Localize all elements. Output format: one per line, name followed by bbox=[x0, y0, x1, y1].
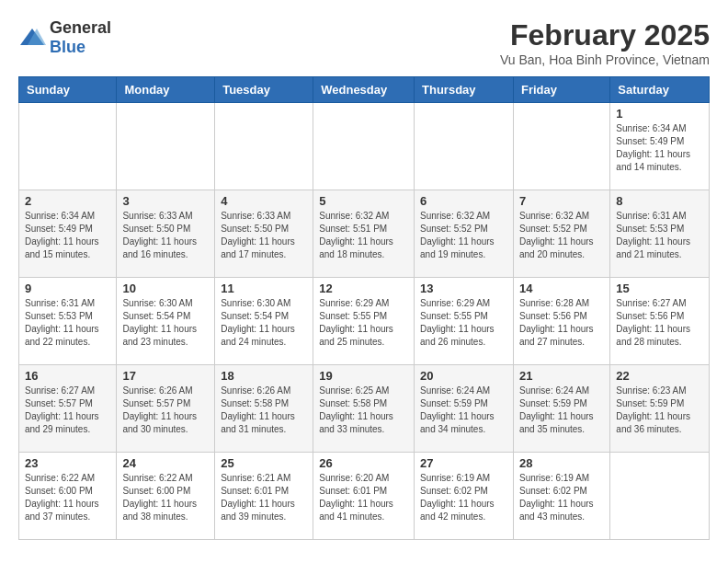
calendar-cell: 12Sunrise: 6:29 AM Sunset: 5:55 PM Dayli… bbox=[313, 278, 415, 365]
day-number: 15 bbox=[616, 282, 703, 295]
day-info: Sunrise: 6:19 AM Sunset: 6:02 PM Dayligh… bbox=[519, 472, 604, 523]
day-info: Sunrise: 6:23 AM Sunset: 5:59 PM Dayligh… bbox=[616, 385, 703, 436]
day-number: 18 bbox=[221, 369, 307, 383]
day-info: Sunrise: 6:24 AM Sunset: 5:59 PM Dayligh… bbox=[519, 385, 604, 436]
calendar-cell: 16Sunrise: 6:27 AM Sunset: 5:57 PM Dayli… bbox=[19, 365, 117, 453]
calendar-week-2: 2Sunrise: 6:34 AM Sunset: 5:49 PM Daylig… bbox=[19, 190, 710, 278]
day-info: Sunrise: 6:33 AM Sunset: 5:50 PM Dayligh… bbox=[221, 210, 307, 261]
calendar-cell: 7Sunrise: 6:32 AM Sunset: 5:52 PM Daylig… bbox=[513, 190, 609, 278]
calendar-body: 1Sunrise: 6:34 AM Sunset: 5:49 PM Daylig… bbox=[19, 103, 710, 540]
day-info: Sunrise: 6:28 AM Sunset: 5:56 PM Dayligh… bbox=[519, 297, 604, 349]
day-info: Sunrise: 6:32 AM Sunset: 5:52 PM Dayligh… bbox=[519, 210, 604, 261]
day-info: Sunrise: 6:27 AM Sunset: 5:57 PM Dayligh… bbox=[25, 385, 110, 436]
logo-general: General bbox=[50, 18, 111, 37]
weekday-header-wednesday: Wednesday bbox=[313, 77, 415, 103]
day-number: 2 bbox=[25, 194, 110, 208]
day-info: Sunrise: 6:31 AM Sunset: 5:53 PM Dayligh… bbox=[25, 297, 110, 349]
calendar-cell: 2Sunrise: 6:34 AM Sunset: 5:49 PM Daylig… bbox=[19, 190, 117, 278]
day-info: Sunrise: 6:29 AM Sunset: 5:55 PM Dayligh… bbox=[420, 297, 507, 349]
day-number: 5 bbox=[319, 194, 408, 208]
calendar-cell: 9Sunrise: 6:31 AM Sunset: 5:53 PM Daylig… bbox=[19, 278, 117, 365]
day-info: Sunrise: 6:22 AM Sunset: 6:00 PM Dayligh… bbox=[122, 472, 209, 523]
day-number: 22 bbox=[616, 369, 703, 383]
day-info: Sunrise: 6:25 AM Sunset: 5:58 PM Dayligh… bbox=[319, 385, 408, 436]
calendar-cell: 20Sunrise: 6:24 AM Sunset: 5:59 PM Dayli… bbox=[415, 365, 514, 453]
day-info: Sunrise: 6:21 AM Sunset: 6:01 PM Dayligh… bbox=[221, 472, 307, 523]
day-number: 6 bbox=[420, 194, 507, 208]
day-number: 24 bbox=[122, 456, 209, 470]
day-number: 1 bbox=[616, 107, 703, 121]
calendar-week-1: 1Sunrise: 6:34 AM Sunset: 5:49 PM Daylig… bbox=[19, 103, 710, 190]
day-number: 19 bbox=[319, 369, 408, 383]
day-number: 7 bbox=[519, 194, 604, 208]
logo: General Blue bbox=[18, 18, 111, 57]
calendar-cell bbox=[19, 103, 117, 190]
day-info: Sunrise: 6:19 AM Sunset: 6:02 PM Dayligh… bbox=[420, 472, 507, 523]
logo-text: General Blue bbox=[50, 18, 111, 57]
calendar-cell: 28Sunrise: 6:19 AM Sunset: 6:02 PM Dayli… bbox=[513, 453, 609, 540]
weekday-header-tuesday: Tuesday bbox=[215, 77, 313, 103]
location: Vu Ban, Hoa Binh Province, Vietnam bbox=[500, 52, 710, 67]
day-info: Sunrise: 6:26 AM Sunset: 5:57 PM Dayligh… bbox=[122, 385, 209, 436]
day-number: 27 bbox=[420, 456, 507, 470]
calendar-cell: 1Sunrise: 6:34 AM Sunset: 5:49 PM Daylig… bbox=[610, 103, 710, 190]
day-info: Sunrise: 6:34 AM Sunset: 5:49 PM Dayligh… bbox=[25, 210, 110, 261]
day-number: 26 bbox=[319, 456, 408, 470]
calendar-cell: 11Sunrise: 6:30 AM Sunset: 5:54 PM Dayli… bbox=[215, 278, 313, 365]
calendar-cell bbox=[313, 103, 415, 190]
weekday-header-friday: Friday bbox=[513, 77, 609, 103]
day-info: Sunrise: 6:32 AM Sunset: 5:52 PM Dayligh… bbox=[420, 210, 507, 261]
calendar-cell bbox=[415, 103, 514, 190]
weekday-header-monday: Monday bbox=[117, 77, 215, 103]
day-info: Sunrise: 6:20 AM Sunset: 6:01 PM Dayligh… bbox=[319, 472, 408, 523]
calendar-cell: 8Sunrise: 6:31 AM Sunset: 5:53 PM Daylig… bbox=[610, 190, 710, 278]
day-info: Sunrise: 6:22 AM Sunset: 6:00 PM Dayligh… bbox=[25, 472, 110, 523]
calendar-cell: 19Sunrise: 6:25 AM Sunset: 5:58 PM Dayli… bbox=[313, 365, 415, 453]
day-number: 4 bbox=[221, 194, 307, 208]
calendar-cell: 15Sunrise: 6:27 AM Sunset: 5:56 PM Dayli… bbox=[610, 278, 710, 365]
day-info: Sunrise: 6:34 AM Sunset: 5:49 PM Dayligh… bbox=[616, 122, 703, 174]
day-info: Sunrise: 6:29 AM Sunset: 5:55 PM Dayligh… bbox=[319, 297, 408, 349]
weekday-header-sunday: Sunday bbox=[19, 77, 117, 103]
calendar-cell: 22Sunrise: 6:23 AM Sunset: 5:59 PM Dayli… bbox=[610, 365, 710, 453]
logo-blue: Blue bbox=[50, 38, 85, 56]
day-number: 16 bbox=[25, 369, 110, 383]
day-info: Sunrise: 6:30 AM Sunset: 5:54 PM Dayligh… bbox=[221, 297, 307, 349]
calendar-cell: 25Sunrise: 6:21 AM Sunset: 6:01 PM Dayli… bbox=[215, 453, 313, 540]
calendar-cell bbox=[610, 453, 710, 540]
calendar-cell: 5Sunrise: 6:32 AM Sunset: 5:51 PM Daylig… bbox=[313, 190, 415, 278]
month-year: February 2025 bbox=[500, 18, 710, 52]
calendar-cell: 21Sunrise: 6:24 AM Sunset: 5:59 PM Dayli… bbox=[513, 365, 609, 453]
day-number: 21 bbox=[519, 369, 604, 383]
calendar-cell: 10Sunrise: 6:30 AM Sunset: 5:54 PM Dayli… bbox=[117, 278, 215, 365]
calendar-cell: 4Sunrise: 6:33 AM Sunset: 5:50 PM Daylig… bbox=[215, 190, 313, 278]
day-number: 11 bbox=[221, 282, 307, 295]
calendar-cell: 18Sunrise: 6:26 AM Sunset: 5:58 PM Dayli… bbox=[215, 365, 313, 453]
day-info: Sunrise: 6:30 AM Sunset: 5:54 PM Dayligh… bbox=[122, 297, 209, 349]
day-number: 9 bbox=[25, 282, 110, 295]
calendar-cell bbox=[215, 103, 313, 190]
day-number: 8 bbox=[616, 194, 703, 208]
calendar-cell: 17Sunrise: 6:26 AM Sunset: 5:57 PM Dayli… bbox=[117, 365, 215, 453]
day-info: Sunrise: 6:26 AM Sunset: 5:58 PM Dayligh… bbox=[221, 385, 307, 436]
calendar-week-4: 16Sunrise: 6:27 AM Sunset: 5:57 PM Dayli… bbox=[19, 365, 710, 453]
calendar-cell: 27Sunrise: 6:19 AM Sunset: 6:02 PM Dayli… bbox=[415, 453, 514, 540]
day-number: 3 bbox=[122, 194, 209, 208]
day-number: 25 bbox=[221, 456, 307, 470]
calendar-cell: 23Sunrise: 6:22 AM Sunset: 6:00 PM Dayli… bbox=[19, 453, 117, 540]
logo-icon bbox=[18, 27, 46, 49]
calendar-week-5: 23Sunrise: 6:22 AM Sunset: 6:00 PM Dayli… bbox=[19, 453, 710, 540]
day-info: Sunrise: 6:27 AM Sunset: 5:56 PM Dayligh… bbox=[616, 297, 703, 349]
calendar-cell: 26Sunrise: 6:20 AM Sunset: 6:01 PM Dayli… bbox=[313, 453, 415, 540]
day-number: 10 bbox=[122, 282, 209, 295]
title-block: February 2025 Vu Ban, Hoa Binh Province,… bbox=[500, 18, 710, 67]
day-info: Sunrise: 6:33 AM Sunset: 5:50 PM Dayligh… bbox=[122, 210, 209, 261]
calendar-cell: 6Sunrise: 6:32 AM Sunset: 5:52 PM Daylig… bbox=[415, 190, 514, 278]
calendar-header: SundayMondayTuesdayWednesdayThursdayFrid… bbox=[19, 77, 710, 103]
calendar-cell: 14Sunrise: 6:28 AM Sunset: 5:56 PM Dayli… bbox=[513, 278, 609, 365]
day-info: Sunrise: 6:31 AM Sunset: 5:53 PM Dayligh… bbox=[616, 210, 703, 261]
calendar-cell bbox=[513, 103, 609, 190]
weekday-header-thursday: Thursday bbox=[415, 77, 514, 103]
day-number: 13 bbox=[420, 282, 507, 295]
day-number: 14 bbox=[519, 282, 604, 295]
